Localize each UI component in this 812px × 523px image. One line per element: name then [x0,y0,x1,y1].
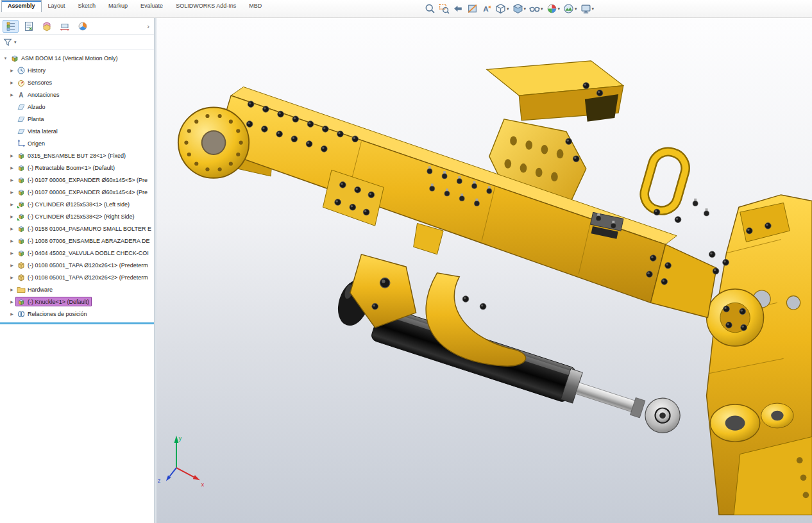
zoom-area-icon [439,3,450,14]
tree-item[interactable]: ▶(-) 0107 00006_EXPANDER Ø60x145<5> (Pre [0,174,154,186]
dimxpertmanager-tab[interactable] [56,20,72,33]
dropdown-caret-icon[interactable]: ▾ [592,6,595,12]
assembly-icon [17,188,26,197]
filter-input[interactable] [18,37,151,47]
expand-arrow-icon[interactable]: ▶ [8,299,15,304]
mount-bracket-model [706,195,812,515]
expand-arrow-icon[interactable]: ▶ [8,92,15,97]
tree-item[interactable]: Alzado [0,101,154,113]
tree-item[interactable]: ▶(-) CYLINDER Ø125x538<2> (Right Side) [0,210,154,222]
tree-item-content: (-) 0158 01004_PASAMURO SMALL BOLTER E [15,224,154,233]
expand-arrow-icon[interactable]: ▶ [8,178,15,182]
hide-show-items-button[interactable]: ▾ [528,2,545,15]
previous-view-icon [453,3,464,14]
configurationmanager-tab[interactable] [38,20,55,33]
command-tab-evaluate[interactable]: Evaluate [134,0,169,12]
expand-arrow-icon[interactable]: ▶ [8,190,15,194]
plane-icon [17,115,26,124]
tree-item-content: Planta [15,114,47,124]
command-tab-assembly[interactable]: Assembly [1,0,42,12]
displaymanager-tab[interactable] [74,20,90,33]
part-icon [17,273,26,282]
tree-item[interactable]: ▶(-) 0107 00006_EXPANDER Ø60x145<4> (Pre [0,186,154,198]
display-style-button[interactable]: ▾ [511,2,528,15]
manager-tabs [3,20,145,33]
part-icon [17,261,26,270]
view-orientation-button[interactable]: ▾ [494,2,511,15]
section-view-button[interactable] [466,2,479,15]
mates-icon [17,310,26,319]
tree-item[interactable]: ▶(-) CYLINDER Ø125x538<1> (Left side) [0,198,154,210]
tree-item[interactable]: ▶AAnotaciones [0,88,154,101]
tree-item-content: Relaciones de posición [15,309,90,319]
expand-arrow-icon[interactable]: ▶ [8,68,15,72]
dynamic-annotation-views-button[interactable]: A [480,2,493,15]
featuremanager-tab[interactable] [3,20,19,33]
tree-item-label: Alzado [28,104,46,110]
tree-item[interactable]: ▼ASM BOOM 14 (Vertical Motion Only) [0,52,154,64]
apply-scene-button[interactable]: ▾ [562,2,579,15]
expand-arrow-icon[interactable]: ▶ [8,263,15,267]
expand-arrow-icon[interactable]: ▶ [8,311,15,316]
tree-item[interactable]: ▶Relaciones de posición [0,308,154,320]
expand-arrow-icon[interactable]: ▶ [8,251,15,255]
zoom-fit-button[interactable] [423,2,437,15]
filter-dropdown-caret[interactable]: ▾ [14,40,17,45]
tree-item[interactable]: ▶(-) 0108 05001_TAPA Ø120x26<1> (Predete… [0,259,154,271]
expand-arrow-icon[interactable]: ▶ [8,238,15,243]
dropdown-caret-icon[interactable]: ▾ [524,6,527,12]
handle-model [641,148,709,223]
assembly-icon [17,249,26,258]
panel-flyout-chevron[interactable]: › [145,22,151,30]
expand-arrow-icon[interactable]: ▶ [8,287,15,292]
command-tab-layout[interactable]: Layout [42,0,72,12]
expand-arrow-icon[interactable]: ▶ [8,214,15,219]
expand-arrow-icon[interactable]: ▼ [2,56,9,60]
expand-arrow-icon[interactable]: ▶ [8,275,15,279]
view-settings-button[interactable]: ▾ [579,2,596,15]
zoom-area-button[interactable] [437,2,451,15]
tree-item[interactable]: ▶(-) Retractable Boom<1> (Default) [0,162,154,174]
previous-view-button[interactable] [452,2,465,15]
tree-item-content: (-) 0107 00006_EXPANDER Ø60x145<4> (Pre [15,187,150,197]
tree-item[interactable]: Planta [0,113,154,125]
propertymanager-tab[interactable] [21,20,37,33]
tree-item[interactable]: ▶History [0,64,154,76]
feature-tree: ▼ASM BOOM 14 (Vertical Motion Only)▶Hist… [0,50,154,321]
tree-item-label: (-) Knuckle<1> (Default) [28,299,89,305]
history-icon [17,66,26,75]
tree-item[interactable]: ▶Hardware [0,283,154,295]
filter-funnel-icon[interactable] [3,38,12,47]
dropdown-caret-icon[interactable]: ▾ [507,6,509,12]
tree-item[interactable]: Vista lateral [0,125,154,137]
tree-item-label: Sensores [28,79,52,86]
expand-arrow-icon[interactable]: ▶ [8,153,15,158]
expand-arrow-icon[interactable]: ▶ [8,165,15,170]
dropdown-caret-icon[interactable]: ▾ [541,6,543,12]
zoom-fit-icon [425,3,436,14]
tree-item-label: (-) CYLINDER Ø125x538<1> (Left side) [28,201,130,208]
tree-item[interactable]: ▶(-) Knuckle<1> (Default) [0,295,154,308]
edit-appearance-button[interactable]: ▾ [545,2,562,15]
tree-item[interactable]: ▶(-) 1008 07006_ENSAMBLE ABRAZADERA DE [0,235,154,247]
expand-arrow-icon[interactable]: ▶ [8,202,15,206]
tree-item[interactable]: ▶Sensores [0,76,154,88]
tree-item[interactable]: ▶0315_ENSAMBLE BUT 28<1> (Fixed) [0,149,154,162]
expand-arrow-icon[interactable]: ▶ [8,226,15,231]
expand-arrow-icon[interactable]: ▶ [8,80,15,85]
command-tab-markup[interactable]: Markup [102,0,134,12]
tree-item[interactable]: Origen [0,137,154,149]
tree-item-content: Hardware [15,285,55,294]
dropdown-caret-icon[interactable]: ▾ [575,6,577,12]
dropdown-caret-icon[interactable]: ▾ [558,6,561,12]
tree-item[interactable]: ▶(-) 0404 45002_VALVULA DOBLE CHECK-COI [0,247,154,259]
viewport-canvas[interactable]: x y z [156,18,812,523]
tree-item[interactable]: ▶(-) 0108 05001_TAPA Ø120x26<2> (Predete… [0,271,154,283]
command-tab-sketch[interactable]: Sketch [72,0,103,12]
tree-item-label: Relaciones de posición [28,311,87,317]
headsup-toolbar: A▾▾▾▾▾▾ [423,2,595,15]
command-tab-solidworks-add-ins[interactable]: SOLIDWORKS Add-Ins [169,0,242,12]
tree-item-label: (-) CYLINDER Ø125x538<2> (Right Side) [28,213,135,220]
tree-item[interactable]: ▶(-) 0158 01004_PASAMURO SMALL BOLTER E [0,222,154,235]
command-tab-mbd[interactable]: MBD [242,0,268,12]
